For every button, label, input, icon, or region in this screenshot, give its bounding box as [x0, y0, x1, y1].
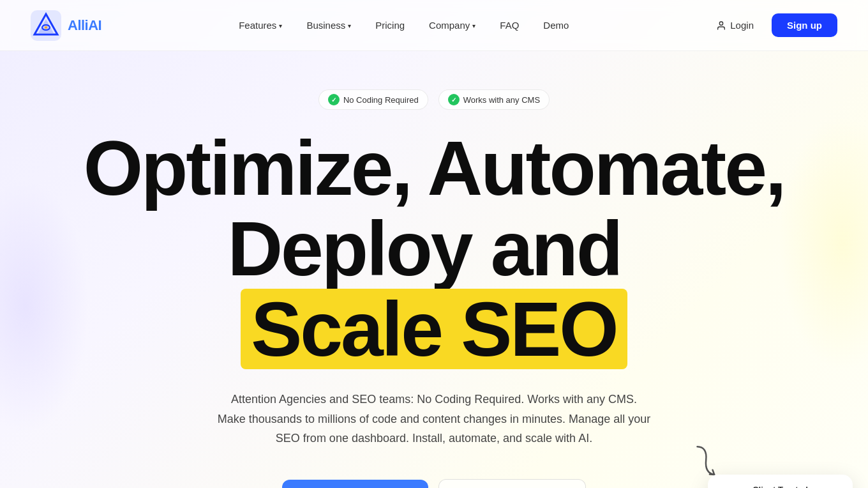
login-button[interactable]: Login — [706, 15, 764, 36]
nav-features[interactable]: Features ▾ — [228, 15, 292, 36]
nav-links: Features ▾ Business ▾ Pricing Company ▾ … — [228, 15, 579, 36]
chevron-down-icon: ▾ — [472, 22, 475, 29]
svg-point-4 — [45, 26, 47, 29]
nav-pricing[interactable]: Pricing — [365, 15, 415, 36]
chevron-down-icon: ▾ — [279, 22, 282, 29]
bg-decoration-left — [0, 179, 89, 434]
signup-button[interactable]: Sign up — [772, 13, 837, 37]
badge-no-coding: ✓ No Coding Required — [318, 89, 428, 110]
nav-demo[interactable]: Demo — [533, 15, 579, 36]
hero-badges: ✓ No Coding Required ✓ Works with any CM… — [318, 89, 550, 110]
nav-business[interactable]: Business ▾ — [296, 15, 361, 36]
check-icon: ✓ — [448, 94, 460, 105]
badge-cms: ✓ Works with any CMS — [438, 89, 550, 110]
logo[interactable]: AlliAI — [31, 10, 101, 41]
chevron-down-icon: ▾ — [348, 22, 351, 29]
svg-point-5 — [720, 22, 723, 25]
start-trial-button[interactable]: Start a Free Trial — [282, 480, 428, 488]
client-trusted-label: Client Trusted — [721, 485, 840, 488]
hero-subtitle: Attention Agencies and SEO teams: No Cod… — [217, 390, 651, 448]
check-icon: ✓ — [328, 94, 340, 105]
request-demo-button[interactable]: Request a Demo — [438, 479, 586, 488]
logo-text: AlliAI — [68, 17, 101, 34]
user-icon — [716, 20, 726, 31]
hero-highlight: Scale SEO — [241, 289, 627, 369]
hero-title: Optimize, Automate, Deploy and Scale SEO — [83, 128, 785, 369]
navbar: AlliAI Features ▾ Business ▾ Pricing Com… — [0, 0, 868, 51]
logo-icon — [31, 10, 61, 41]
client-trusted-widget: Client Trusted A B C D ★ 20,600+ — [708, 475, 853, 488]
hero-section: ✓ No Coding Required ✓ Works with any CM… — [0, 51, 868, 488]
cta-buttons: Start a Free Trial Request a Demo — [282, 479, 586, 488]
nav-company[interactable]: Company ▾ — [419, 15, 486, 36]
nav-faq[interactable]: FAQ — [490, 15, 529, 36]
nav-auth: Login Sign up — [706, 13, 837, 37]
bg-decoration-right — [779, 115, 868, 370]
